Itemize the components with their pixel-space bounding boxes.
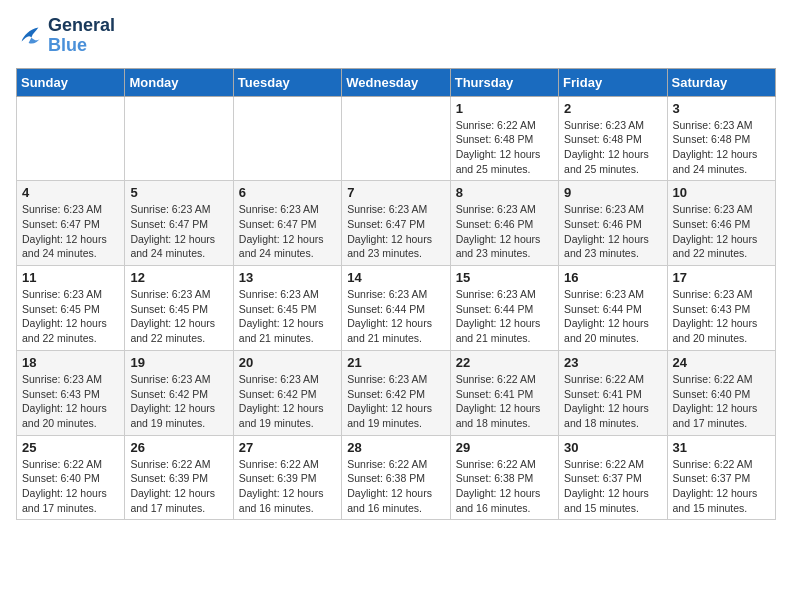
day-number: 5 <box>130 185 227 200</box>
day-number: 14 <box>347 270 444 285</box>
weekday-sunday: Sunday <box>17 68 125 96</box>
weekday-thursday: Thursday <box>450 68 558 96</box>
day-number: 8 <box>456 185 553 200</box>
calendar-cell: 23Sunrise: 6:22 AM Sunset: 6:41 PM Dayli… <box>559 350 667 435</box>
weekday-header-row: SundayMondayTuesdayWednesdayThursdayFrid… <box>17 68 776 96</box>
day-number: 21 <box>347 355 444 370</box>
week-row-3: 11Sunrise: 6:23 AM Sunset: 6:45 PM Dayli… <box>17 266 776 351</box>
day-number: 12 <box>130 270 227 285</box>
day-info: Sunrise: 6:23 AM Sunset: 6:43 PM Dayligh… <box>673 287 770 346</box>
day-info: Sunrise: 6:23 AM Sunset: 6:47 PM Dayligh… <box>130 202 227 261</box>
day-info: Sunrise: 6:22 AM Sunset: 6:40 PM Dayligh… <box>673 372 770 431</box>
day-info: Sunrise: 6:23 AM Sunset: 6:44 PM Dayligh… <box>347 287 444 346</box>
logo-icon <box>16 22 44 50</box>
calendar-cell: 10Sunrise: 6:23 AM Sunset: 6:46 PM Dayli… <box>667 181 775 266</box>
calendar-cell: 7Sunrise: 6:23 AM Sunset: 6:47 PM Daylig… <box>342 181 450 266</box>
page-header: General Blue <box>16 16 776 56</box>
day-info: Sunrise: 6:23 AM Sunset: 6:43 PM Dayligh… <box>22 372 119 431</box>
day-number: 25 <box>22 440 119 455</box>
day-number: 1 <box>456 101 553 116</box>
calendar-cell: 3Sunrise: 6:23 AM Sunset: 6:48 PM Daylig… <box>667 96 775 181</box>
day-number: 15 <box>456 270 553 285</box>
day-number: 7 <box>347 185 444 200</box>
day-info: Sunrise: 6:23 AM Sunset: 6:47 PM Dayligh… <box>347 202 444 261</box>
day-info: Sunrise: 6:22 AM Sunset: 6:41 PM Dayligh… <box>456 372 553 431</box>
day-info: Sunrise: 6:23 AM Sunset: 6:45 PM Dayligh… <box>239 287 336 346</box>
day-info: Sunrise: 6:22 AM Sunset: 6:39 PM Dayligh… <box>130 457 227 516</box>
day-info: Sunrise: 6:22 AM Sunset: 6:37 PM Dayligh… <box>564 457 661 516</box>
calendar-cell: 22Sunrise: 6:22 AM Sunset: 6:41 PM Dayli… <box>450 350 558 435</box>
calendar-cell: 29Sunrise: 6:22 AM Sunset: 6:38 PM Dayli… <box>450 435 558 520</box>
day-info: Sunrise: 6:23 AM Sunset: 6:46 PM Dayligh… <box>673 202 770 261</box>
calendar-cell: 19Sunrise: 6:23 AM Sunset: 6:42 PM Dayli… <box>125 350 233 435</box>
logo: General Blue <box>16 16 115 56</box>
weekday-tuesday: Tuesday <box>233 68 341 96</box>
day-info: Sunrise: 6:22 AM Sunset: 6:39 PM Dayligh… <box>239 457 336 516</box>
day-info: Sunrise: 6:22 AM Sunset: 6:38 PM Dayligh… <box>456 457 553 516</box>
calendar-cell: 15Sunrise: 6:23 AM Sunset: 6:44 PM Dayli… <box>450 266 558 351</box>
calendar-cell: 11Sunrise: 6:23 AM Sunset: 6:45 PM Dayli… <box>17 266 125 351</box>
calendar-cell: 31Sunrise: 6:22 AM Sunset: 6:37 PM Dayli… <box>667 435 775 520</box>
calendar-cell: 20Sunrise: 6:23 AM Sunset: 6:42 PM Dayli… <box>233 350 341 435</box>
day-info: Sunrise: 6:23 AM Sunset: 6:46 PM Dayligh… <box>456 202 553 261</box>
day-number: 26 <box>130 440 227 455</box>
day-info: Sunrise: 6:23 AM Sunset: 6:47 PM Dayligh… <box>22 202 119 261</box>
day-info: Sunrise: 6:23 AM Sunset: 6:42 PM Dayligh… <box>130 372 227 431</box>
day-info: Sunrise: 6:23 AM Sunset: 6:48 PM Dayligh… <box>673 118 770 177</box>
day-info: Sunrise: 6:23 AM Sunset: 6:42 PM Dayligh… <box>347 372 444 431</box>
calendar-cell: 4Sunrise: 6:23 AM Sunset: 6:47 PM Daylig… <box>17 181 125 266</box>
day-number: 18 <box>22 355 119 370</box>
day-number: 28 <box>347 440 444 455</box>
calendar-body: 1Sunrise: 6:22 AM Sunset: 6:48 PM Daylig… <box>17 96 776 520</box>
weekday-monday: Monday <box>125 68 233 96</box>
day-number: 10 <box>673 185 770 200</box>
calendar-cell <box>125 96 233 181</box>
calendar-cell <box>342 96 450 181</box>
day-info: Sunrise: 6:23 AM Sunset: 6:44 PM Dayligh… <box>564 287 661 346</box>
week-row-5: 25Sunrise: 6:22 AM Sunset: 6:40 PM Dayli… <box>17 435 776 520</box>
day-info: Sunrise: 6:23 AM Sunset: 6:45 PM Dayligh… <box>130 287 227 346</box>
calendar-cell: 1Sunrise: 6:22 AM Sunset: 6:48 PM Daylig… <box>450 96 558 181</box>
day-info: Sunrise: 6:22 AM Sunset: 6:41 PM Dayligh… <box>564 372 661 431</box>
day-info: Sunrise: 6:22 AM Sunset: 6:40 PM Dayligh… <box>22 457 119 516</box>
day-number: 3 <box>673 101 770 116</box>
calendar-cell: 25Sunrise: 6:22 AM Sunset: 6:40 PM Dayli… <box>17 435 125 520</box>
calendar-cell: 9Sunrise: 6:23 AM Sunset: 6:46 PM Daylig… <box>559 181 667 266</box>
day-info: Sunrise: 6:22 AM Sunset: 6:38 PM Dayligh… <box>347 457 444 516</box>
weekday-friday: Friday <box>559 68 667 96</box>
calendar-cell: 13Sunrise: 6:23 AM Sunset: 6:45 PM Dayli… <box>233 266 341 351</box>
day-number: 16 <box>564 270 661 285</box>
calendar-cell: 16Sunrise: 6:23 AM Sunset: 6:44 PM Dayli… <box>559 266 667 351</box>
day-info: Sunrise: 6:23 AM Sunset: 6:48 PM Dayligh… <box>564 118 661 177</box>
day-number: 24 <box>673 355 770 370</box>
day-number: 9 <box>564 185 661 200</box>
day-number: 2 <box>564 101 661 116</box>
day-number: 4 <box>22 185 119 200</box>
calendar-cell: 18Sunrise: 6:23 AM Sunset: 6:43 PM Dayli… <box>17 350 125 435</box>
day-number: 6 <box>239 185 336 200</box>
day-number: 23 <box>564 355 661 370</box>
calendar-cell: 30Sunrise: 6:22 AM Sunset: 6:37 PM Dayli… <box>559 435 667 520</box>
day-info: Sunrise: 6:23 AM Sunset: 6:47 PM Dayligh… <box>239 202 336 261</box>
day-number: 20 <box>239 355 336 370</box>
day-info: Sunrise: 6:23 AM Sunset: 6:46 PM Dayligh… <box>564 202 661 261</box>
calendar-cell: 2Sunrise: 6:23 AM Sunset: 6:48 PM Daylig… <box>559 96 667 181</box>
calendar-cell: 28Sunrise: 6:22 AM Sunset: 6:38 PM Dayli… <box>342 435 450 520</box>
calendar-cell: 17Sunrise: 6:23 AM Sunset: 6:43 PM Dayli… <box>667 266 775 351</box>
day-info: Sunrise: 6:22 AM Sunset: 6:48 PM Dayligh… <box>456 118 553 177</box>
calendar-cell: 24Sunrise: 6:22 AM Sunset: 6:40 PM Dayli… <box>667 350 775 435</box>
calendar-cell: 21Sunrise: 6:23 AM Sunset: 6:42 PM Dayli… <box>342 350 450 435</box>
calendar-cell: 5Sunrise: 6:23 AM Sunset: 6:47 PM Daylig… <box>125 181 233 266</box>
day-number: 29 <box>456 440 553 455</box>
calendar-cell: 12Sunrise: 6:23 AM Sunset: 6:45 PM Dayli… <box>125 266 233 351</box>
weekday-saturday: Saturday <box>667 68 775 96</box>
day-info: Sunrise: 6:23 AM Sunset: 6:42 PM Dayligh… <box>239 372 336 431</box>
calendar-cell <box>233 96 341 181</box>
day-number: 13 <box>239 270 336 285</box>
day-info: Sunrise: 6:23 AM Sunset: 6:45 PM Dayligh… <box>22 287 119 346</box>
calendar-cell: 27Sunrise: 6:22 AM Sunset: 6:39 PM Dayli… <box>233 435 341 520</box>
calendar-cell: 6Sunrise: 6:23 AM Sunset: 6:47 PM Daylig… <box>233 181 341 266</box>
day-info: Sunrise: 6:23 AM Sunset: 6:44 PM Dayligh… <box>456 287 553 346</box>
day-number: 30 <box>564 440 661 455</box>
week-row-1: 1Sunrise: 6:22 AM Sunset: 6:48 PM Daylig… <box>17 96 776 181</box>
